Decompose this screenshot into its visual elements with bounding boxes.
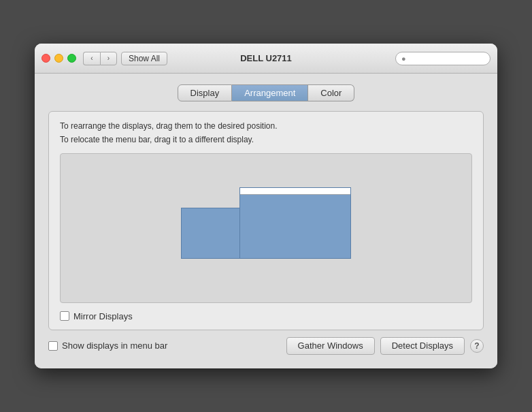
bottom-bar: Show displays in menu bar Gather Windows… bbox=[48, 330, 484, 358]
nav-buttons: ‹ › bbox=[83, 52, 117, 65]
display-menubar bbox=[240, 188, 350, 195]
show-menu-bar-checkbox[interactable] bbox=[48, 341, 58, 351]
bottom-buttons: Gather Windows Detect Displays ? bbox=[286, 337, 484, 355]
instruction-line1: To rearrange the displays, drag them to … bbox=[60, 120, 472, 133]
traffic-lights bbox=[41, 54, 76, 63]
mirror-displays-label: Mirror Displays bbox=[73, 311, 133, 321]
minimize-button[interactable] bbox=[54, 54, 63, 63]
display-large[interactable] bbox=[239, 187, 351, 259]
window: ‹ › Show All DELL U2711 ● Display Arrang… bbox=[35, 44, 497, 368]
back-button[interactable]: ‹ bbox=[83, 52, 100, 65]
tab-arrangement[interactable]: Arrangement bbox=[232, 84, 308, 101]
window-title: DELL U2711 bbox=[240, 53, 292, 63]
instructions: To rearrange the displays, drag them to … bbox=[60, 120, 472, 146]
help-button[interactable]: ? bbox=[470, 339, 484, 353]
tab-display[interactable]: Display bbox=[178, 84, 233, 101]
mirror-displays-checkbox[interactable] bbox=[60, 311, 69, 321]
gather-windows-button[interactable]: Gather Windows bbox=[286, 337, 375, 355]
maximize-button[interactable] bbox=[67, 54, 76, 63]
display-arrangement-area bbox=[60, 153, 472, 303]
display-small[interactable] bbox=[181, 208, 242, 259]
search-input[interactable] bbox=[408, 54, 484, 63]
content-area: Display Arrangement Color To rearrange t… bbox=[35, 74, 497, 368]
search-box[interactable]: ● bbox=[395, 52, 491, 65]
tab-color[interactable]: Color bbox=[308, 84, 354, 101]
show-all-button[interactable]: Show All bbox=[121, 52, 167, 65]
panel: To rearrange the displays, drag them to … bbox=[48, 111, 484, 330]
show-menu-bar-row: Show displays in menu bar bbox=[48, 340, 167, 351]
display-arrangement bbox=[181, 187, 351, 269]
forward-button[interactable]: › bbox=[100, 52, 117, 65]
titlebar: ‹ › Show All DELL U2711 ● bbox=[35, 44, 497, 74]
instruction-line2: To relocate the menu bar, drag it to a d… bbox=[60, 133, 472, 146]
mirror-displays-row: Mirror Displays bbox=[60, 311, 472, 321]
close-button[interactable] bbox=[41, 54, 50, 63]
search-icon: ● bbox=[401, 54, 406, 63]
tabs: Display Arrangement Color bbox=[48, 84, 484, 101]
detect-displays-button[interactable]: Detect Displays bbox=[380, 337, 465, 355]
show-menu-bar-label: Show displays in menu bar bbox=[62, 340, 167, 351]
